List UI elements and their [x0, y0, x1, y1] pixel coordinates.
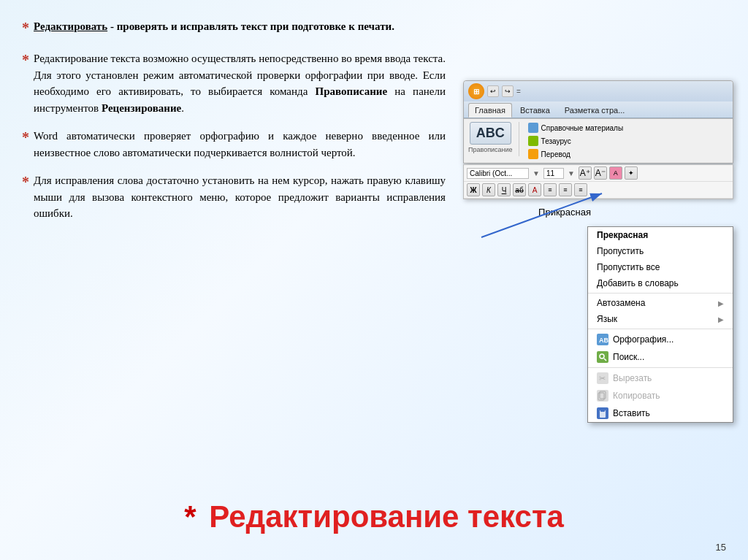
formatting-bar: Calibri (Oct... ▼ 11 ▼ A⁺ A⁻ A ✦ Ж К Ч а…	[463, 164, 733, 199]
ctx-arrow-avtozamena: ▶	[718, 299, 724, 307]
ctx-item-kopirovat-row: Копировать	[597, 390, 660, 402]
cut-icon: ✂	[597, 372, 608, 384]
paste-icon	[597, 407, 608, 419]
bullet-star-3: *	[22, 126, 29, 148]
size-selector[interactable]: 11	[543, 168, 564, 179]
format-row-1: Calibri (Oct... ▼ 11 ▼ A⁺ A⁻ A ✦	[464, 165, 733, 182]
ctx-label-propustit: Пропустить	[597, 246, 644, 256]
grow-font-button[interactable]: A⁺	[579, 166, 592, 180]
bullet-item-3: * Word автоматически проверяет орфографи…	[22, 128, 446, 161]
slide-container: * Редактировать - проверять и исправлять…	[0, 0, 748, 560]
underline-button[interactable]: Ч	[497, 183, 511, 196]
clear-format-button[interactable]: ✦	[625, 166, 638, 180]
font-separator: ▼	[533, 169, 540, 177]
svg-rect-14	[600, 409, 605, 412]
ctx-item-dobavit[interactable]: Добавить в словарь	[588, 275, 733, 291]
ribbon-content: ABC Правописание Справочные материалы Те…	[464, 118, 733, 163]
spell-icon: ABC	[597, 334, 608, 345]
ctx-label-prekrasnaya: Прекрасная	[597, 230, 648, 240]
tezaurus-label: Тезаурус	[541, 137, 571, 145]
bullet-content-1: - проверять и исправлять текст при подго…	[110, 20, 394, 32]
spravochnye-icon	[528, 123, 538, 133]
big-title: * Редактирование текста	[0, 499, 748, 534]
ctx-label-poisk: Поиск...	[613, 352, 644, 362]
ctx-sep-1	[588, 293, 733, 294]
page-number-text: 15	[716, 542, 726, 553]
ctx-item-dobavit-row: Добавить в словарь	[597, 278, 679, 288]
tab-glavnaya[interactable]: Главная	[468, 103, 512, 118]
ctx-item-propustit[interactable]: Пропустить	[588, 243, 733, 259]
ctx-item-vyrezat-row: ✂ Вырезать	[597, 372, 652, 384]
italic-button[interactable]: К	[482, 183, 495, 196]
ctx-sep-2	[588, 329, 733, 329]
side-btn-spravochnye[interactable]: Справочные материалы	[525, 122, 627, 134]
ribbon-group-spellcheck: ABC Правописание	[468, 122, 519, 156]
content-area: * Редактировать - проверять и исправлять…	[22, 18, 446, 234]
ctx-item-vyrezat[interactable]: ✂ Вырезать	[588, 369, 733, 387]
perevod-icon	[528, 149, 538, 159]
size-separator: ▼	[568, 169, 575, 177]
title-star: *	[184, 499, 196, 534]
ctx-item-propustit-vse-row: Пропустить все	[597, 262, 660, 272]
bullet-keyword-1: Редактировать	[34, 20, 107, 32]
tab-vstavka[interactable]: Вставка	[514, 103, 557, 118]
tab-razmetka[interactable]: Разметка стра...	[558, 103, 632, 118]
word-label: Word	[34, 130, 58, 142]
strikethrough-button[interactable]: аб	[513, 183, 526, 196]
bullet-item-2: * Редактирование текста возможно осущест…	[22, 50, 446, 116]
ctx-label-kopirovat: Копировать	[613, 391, 660, 401]
perevod-label: Перевод	[541, 150, 570, 158]
title-bar-text: =	[516, 88, 521, 96]
side-btn-tezaurus[interactable]: Тезаурус	[525, 135, 627, 147]
bullet-text-4: Для исправления слова достаточно установ…	[34, 172, 446, 222]
side-btn-perevod[interactable]: Перевод	[525, 148, 627, 160]
search-icon	[597, 351, 608, 363]
bullet-text-3: Word автоматически проверяет орфографию …	[34, 128, 446, 161]
redo-button[interactable]: ↪	[502, 85, 514, 97]
align-center-button[interactable]: ≡	[559, 183, 572, 196]
bullet-bold-recenz: Рецензирование	[102, 102, 181, 114]
tezaurus-icon	[528, 136, 538, 146]
ctx-item-orfografiya-row: ABC Орфография...	[597, 334, 673, 345]
ctx-item-yazyk[interactable]: Язык ▶	[588, 311, 733, 327]
align-left-button[interactable]: ≡	[543, 183, 557, 196]
bold-button[interactable]: Ж	[467, 183, 480, 196]
ctx-item-propustit-vse[interactable]: Пропустить все	[588, 259, 733, 275]
undo-button[interactable]: ↩	[487, 85, 499, 97]
bullet-star-4: *	[22, 171, 29, 193]
title-text: Редактирование текста	[209, 499, 564, 534]
ctx-item-poisk-row: Поиск...	[597, 351, 644, 363]
ctx-label-yazyk: Язык	[597, 314, 617, 324]
prikrasnaya-label: Прикрасная	[538, 207, 591, 218]
highlight-button[interactable]: A	[528, 183, 541, 196]
context-menu: Прекрасная Пропустить Пропустить все Доб…	[587, 226, 733, 423]
spellcheck-label: Правописание	[468, 146, 513, 153]
office-button[interactable]: ⊞	[468, 83, 484, 99]
format-row-2: Ж К Ч аб A ≡ ≡ ≡	[464, 182, 733, 199]
ribbon-side-buttons: Справочные материалы Тезаурус Перевод	[525, 122, 627, 160]
ribbon-tabs: Главная Вставка Разметка стра...	[464, 101, 733, 118]
ctx-item-prekrasnaya[interactable]: Прекрасная	[588, 227, 733, 243]
align-right-button[interactable]: ≡	[574, 183, 587, 196]
spravochnye-label: Справочные материалы	[541, 124, 624, 132]
ctx-item-avtozamena-row: Автозамена	[597, 298, 645, 308]
ctx-item-vstavit[interactable]: Вставить	[588, 404, 733, 422]
shrink-font-button[interactable]: A⁻	[594, 166, 607, 180]
bullet-bold-pravopisanie: Правописание	[316, 85, 388, 97]
bullet-star-1: *	[22, 17, 29, 39]
svg-text:ABC: ABC	[599, 337, 608, 344]
font-selector[interactable]: Calibri (Oct...	[467, 168, 529, 179]
font-color-button[interactable]: A	[609, 166, 622, 180]
bullet-text-1: Редактировать - проверять и исправлять т…	[34, 18, 446, 35]
ctx-item-poisk[interactable]: Поиск...	[588, 348, 733, 366]
copy-icon	[597, 390, 608, 402]
bullet-text-2: Редактирование текста возможно осуществл…	[34, 50, 446, 116]
ctx-item-propustit-row: Пропустить	[597, 246, 644, 256]
bullet-item-1: * Редактировать - проверять и исправлять…	[22, 18, 446, 39]
spellcheck-button[interactable]: ABC	[470, 122, 511, 145]
word-ribbon: ⊞ ↩ ↪ = Главная Вставка Разметка стра...…	[463, 80, 733, 164]
ctx-item-orfografiya[interactable]: ABC Орфография...	[588, 331, 733, 348]
ctx-label-dobavit: Добавить в словарь	[597, 278, 679, 288]
ctx-item-avtozamena[interactable]: Автозамена ▶	[588, 295, 733, 311]
ctx-item-kopirovat[interactable]: Копировать	[588, 387, 733, 404]
